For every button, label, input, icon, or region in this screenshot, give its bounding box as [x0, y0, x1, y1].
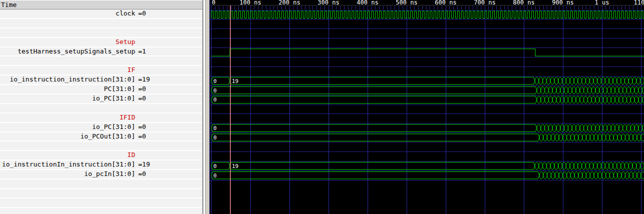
bus-toggle-glyph — [634, 124, 638, 132]
group-label-row[interactable]: IF — [0, 66, 202, 76]
bus-toggle-glyph — [594, 172, 597, 178]
signal-value — [135, 208, 138, 214]
bus-toggle-glyph — [543, 172, 547, 178]
signal-value — [135, 180, 138, 188]
bus-value-label: 0 — [213, 125, 217, 132]
bus-toggle-glyph — [576, 96, 579, 103]
bus-toggle-glyph — [582, 134, 586, 141]
bus-toggle-glyph — [551, 134, 555, 141]
bus-toggle-glyph — [543, 77, 546, 84]
signal-name: io_instructionIn_instruction[31:0] — [0, 160, 135, 169]
signal-name-row[interactable]: PC[31:0]=0 — [0, 85, 202, 94]
bus-toggle-glyph — [578, 134, 582, 141]
bus-toggle-glyph — [627, 124, 630, 132]
bus-toggle-glyph — [638, 96, 642, 103]
bus-toggle-glyph — [588, 86, 591, 94]
blank-row — [0, 180, 202, 189]
bus-toggle-glyph — [567, 134, 570, 141]
signal-value — [135, 142, 138, 150]
bus-toggle-glyph — [613, 134, 617, 141]
timescale-label: 600 ns — [435, 0, 456, 6]
bus-toggle-glyph — [584, 96, 587, 103]
bus-toggle-glyph — [619, 124, 622, 132]
wave-canvas[interactable]: 0100 ns200 ns300 ns400 ns500 ns600 ns700… — [210, 0, 644, 214]
bus-toggle-glyph — [545, 124, 548, 132]
signal-name — [0, 208, 135, 214]
bus-segment — [211, 86, 537, 94]
bus-toggle-glyph — [582, 172, 586, 178]
signal-name-row[interactable]: io_instructionIn_instruction[31:0]=19 — [0, 160, 202, 170]
panel-splitter[interactable] — [203, 0, 210, 214]
bus-toggle-glyph — [599, 124, 603, 132]
signal-value — [135, 38, 138, 46]
signal-name-row[interactable]: io_PC[31:0]=0 — [0, 123, 202, 132]
bus-segment — [211, 172, 539, 179]
bus-toggle-glyph — [590, 134, 594, 141]
signal-name-row[interactable]: io_PCOut[31:0]=0 — [0, 132, 202, 142]
bus-value-label: 0 — [213, 88, 217, 94]
bus-toggle-glyph — [576, 86, 579, 94]
bus-toggle-glyph — [555, 134, 558, 141]
bus-toggle-glyph — [541, 86, 544, 94]
blank-row — [0, 56, 202, 66]
bus-value-label: 19 — [232, 163, 238, 170]
bus-toggle-glyph — [535, 77, 538, 84]
bus-toggle-glyph — [634, 86, 638, 94]
bus-toggle-glyph — [563, 172, 566, 178]
bus-toggle-glyph — [545, 86, 548, 94]
bus-toggle-glyph — [543, 134, 547, 141]
signal-name-row[interactable]: testHarness_setupSignals_setup=1 — [0, 48, 202, 57]
signal-name: io_PC[31:0] — [0, 123, 135, 132]
signal-name-row[interactable]: clock=0 — [0, 10, 202, 19]
bus-toggle-glyph — [597, 162, 601, 170]
signal-value — [135, 189, 138, 198]
bus-toggle-glyph — [611, 124, 614, 132]
blank-row — [0, 104, 202, 114]
bus-toggle-glyph — [543, 162, 546, 170]
bus-toggle-glyph — [602, 134, 605, 141]
bus-value-label: 0 — [213, 78, 217, 84]
bus-toggle-glyph — [578, 77, 581, 84]
signal-name: clock — [0, 10, 135, 18]
bus-toggle-glyph — [556, 124, 560, 132]
signal-name: testHarness_setupSignals_setup — [0, 48, 135, 56]
bus-toggle-glyph — [549, 96, 552, 103]
bus-toggle-glyph — [636, 77, 640, 84]
bus-toggle-glyph — [625, 172, 629, 178]
bus-toggle-glyph — [547, 134, 551, 141]
bus-toggle-glyph — [625, 162, 628, 170]
bus-toggle-glyph — [599, 86, 603, 94]
timescale-label: 0 — [212, 0, 215, 6]
bus-toggle-glyph — [610, 172, 613, 178]
wave-panel[interactable]: 0100 ns200 ns300 ns400 ns500 ns600 ns700… — [210, 0, 644, 214]
group-label-row[interactable]: IFID — [0, 114, 202, 123]
group-label-row[interactable]: ID — [0, 151, 202, 160]
signal-name: io_PC[31:0] — [0, 94, 135, 103]
bus-toggle-glyph — [537, 86, 540, 94]
bus-toggle-glyph — [619, 96, 622, 103]
signal-name-row[interactable]: io_pcIn[31:0]=0 — [0, 170, 202, 180]
bus-toggle-glyph — [628, 77, 632, 84]
signal-name: io_PCOut[31:0] — [0, 132, 135, 141]
bus-toggle-glyph — [568, 86, 572, 94]
bus-toggle-glyph — [568, 124, 572, 132]
signal-name: PC[31:0] — [0, 85, 135, 94]
bus-toggle-glyph — [636, 162, 640, 170]
bus-toggle-glyph — [556, 96, 560, 103]
bus-value-label: 0 — [213, 96, 217, 103]
signal-name-row[interactable]: io_instruction_instruction[31:0]=19 — [0, 76, 202, 85]
signal-name-row[interactable]: io_PC[31:0]=0 — [0, 94, 202, 104]
bus-toggle-glyph — [555, 172, 558, 178]
bus-toggle-glyph — [572, 96, 575, 103]
bus-toggle-glyph — [621, 77, 624, 84]
bus-toggle-glyph — [560, 86, 564, 94]
group-label-row[interactable]: Setup — [0, 38, 202, 48]
bus-toggle-glyph — [559, 134, 562, 141]
bus-toggle-glyph — [603, 124, 607, 132]
bus-toggle-glyph — [570, 77, 573, 84]
bus-toggle-glyph — [609, 77, 612, 84]
bus-toggle-glyph — [560, 124, 564, 132]
bus-value-label: 19 — [232, 78, 238, 84]
timescale-label: 700 ns — [474, 0, 495, 6]
bus-toggle-glyph — [537, 124, 540, 132]
